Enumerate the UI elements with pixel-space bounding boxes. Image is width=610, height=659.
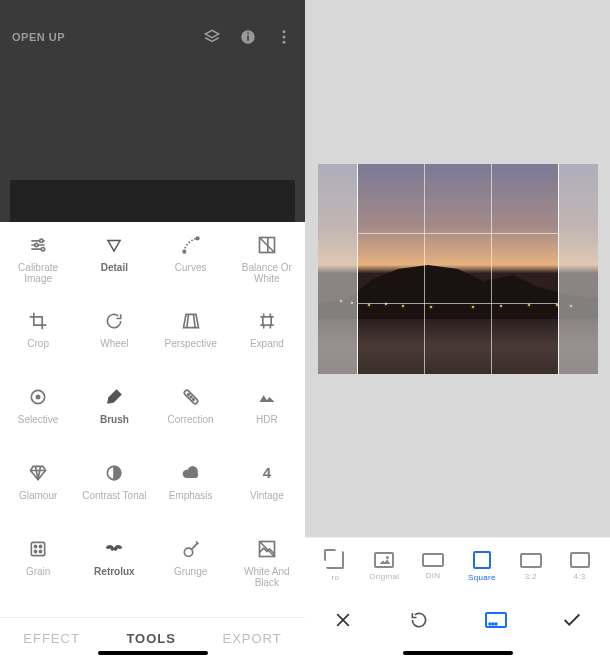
aspect-3-2[interactable]: 3:2 bbox=[506, 553, 555, 581]
svg-rect-2 bbox=[247, 33, 249, 35]
svg-point-31 bbox=[495, 623, 497, 625]
tool-hdr[interactable]: HDR bbox=[229, 386, 305, 462]
tool-label: Calibrate Image bbox=[4, 262, 72, 284]
tool-detail[interactable]: Detail bbox=[76, 234, 152, 310]
more-icon[interactable] bbox=[275, 28, 293, 46]
aspect-original[interactable]: Original bbox=[360, 552, 409, 581]
svg-rect-12 bbox=[263, 317, 271, 325]
rotate-icon bbox=[103, 310, 125, 332]
svg-point-8 bbox=[41, 248, 44, 251]
svg-point-10 bbox=[196, 237, 199, 240]
curve-icon bbox=[180, 234, 202, 256]
aspect-label: DIN bbox=[426, 571, 441, 580]
tool-selective[interactable]: Selective bbox=[0, 386, 76, 462]
tool-emphasis[interactable]: Emphasis bbox=[153, 462, 229, 538]
tool-retrolux[interactable]: Retrolux bbox=[76, 538, 152, 614]
tool-balance-white[interactable]: Balance Or White bbox=[229, 234, 305, 310]
svg-point-16 bbox=[190, 396, 192, 398]
dice-icon bbox=[27, 538, 49, 560]
svg-point-4 bbox=[283, 36, 286, 39]
aspect-label: Original bbox=[369, 572, 399, 581]
brush-icon bbox=[103, 386, 125, 408]
aspect-free[interactable]: ro bbox=[311, 551, 360, 582]
tab-tools[interactable]: TOOLS bbox=[126, 631, 176, 646]
left-screen: OPEN UP Calibrate ImageDetailCurvesBalan… bbox=[0, 0, 305, 659]
svg-point-7 bbox=[35, 243, 38, 246]
aspect-din[interactable]: DIN bbox=[409, 553, 458, 580]
aspect-label: 3:2 bbox=[525, 572, 537, 581]
target-icon bbox=[27, 386, 49, 408]
svg-point-22 bbox=[35, 545, 37, 547]
crop-mask-left bbox=[318, 164, 358, 374]
svg-point-17 bbox=[187, 394, 189, 396]
sliders-icon bbox=[27, 234, 49, 256]
bandage-icon bbox=[180, 386, 202, 408]
tool-label: Curves bbox=[175, 262, 207, 273]
home-indicator bbox=[403, 651, 513, 655]
tool-label: White And Black bbox=[233, 566, 301, 588]
tab-effect[interactable]: EFFECT bbox=[23, 631, 80, 646]
cloud-icon bbox=[180, 462, 202, 484]
tool-glamour[interactable]: Glamour bbox=[0, 462, 76, 538]
triangle-down-icon bbox=[103, 234, 125, 256]
svg-point-5 bbox=[283, 41, 286, 44]
crop-grid[interactable] bbox=[358, 164, 558, 374]
svg-point-9 bbox=[183, 250, 186, 253]
info-icon[interactable] bbox=[239, 28, 257, 46]
tool-wheel[interactable]: Wheel bbox=[76, 310, 152, 386]
tool-contrast-tonal[interactable]: Contrast Tonal bbox=[76, 462, 152, 538]
tool-vintage[interactable]: 4Vintage bbox=[229, 462, 305, 538]
tool-crop[interactable]: Crop bbox=[0, 310, 76, 386]
tool-correction[interactable]: Correction bbox=[153, 386, 229, 462]
top-bar-actions bbox=[203, 28, 293, 46]
editor-backdrop: OPEN UP bbox=[0, 0, 305, 222]
image-icon bbox=[374, 552, 394, 568]
tool-label: Contrast Tonal bbox=[82, 490, 146, 501]
tool-label: Correction bbox=[168, 414, 214, 425]
action-bar bbox=[305, 595, 610, 659]
svg-point-29 bbox=[489, 623, 491, 625]
tool-grain[interactable]: Grain bbox=[0, 538, 76, 614]
tool-label: Emphasis bbox=[169, 490, 213, 501]
tool-brush[interactable]: Brush bbox=[76, 386, 152, 462]
tool-label: Selective bbox=[18, 414, 59, 425]
mustache-icon bbox=[103, 538, 125, 560]
mountains-icon bbox=[256, 386, 278, 408]
svg-point-3 bbox=[283, 30, 286, 33]
cancel-button[interactable] bbox=[325, 602, 361, 638]
layers-icon[interactable] bbox=[203, 28, 221, 46]
crop-canvas[interactable] bbox=[305, 0, 610, 537]
tool-label: Balance Or White bbox=[233, 262, 301, 284]
tool-label: Crop bbox=[27, 338, 49, 349]
aspect-square[interactable]: Square bbox=[457, 551, 506, 582]
rotate-button[interactable] bbox=[401, 602, 437, 638]
tab-export[interactable]: EXPORT bbox=[222, 631, 281, 646]
svg-rect-21 bbox=[31, 542, 44, 555]
svg-point-25 bbox=[40, 550, 42, 552]
tool-label: Wheel bbox=[100, 338, 128, 349]
home-indicator bbox=[98, 651, 208, 655]
tool-perspective[interactable]: Perspective bbox=[153, 310, 229, 386]
half-circle-icon bbox=[103, 462, 125, 484]
aspect-box-icon bbox=[570, 552, 590, 568]
balance-icon bbox=[256, 234, 278, 256]
tool-expand[interactable]: Expand bbox=[229, 310, 305, 386]
tool-label: Vintage bbox=[250, 490, 284, 501]
aspect-box-icon bbox=[520, 553, 542, 568]
tool-curves[interactable]: Curves bbox=[153, 234, 229, 310]
confirm-button[interactable] bbox=[554, 602, 590, 638]
right-screen: roOriginalDINSquare3:24:3 bbox=[305, 0, 610, 659]
perspective-icon bbox=[180, 310, 202, 332]
top-bar: OPEN UP bbox=[0, 0, 305, 46]
tool-white-black[interactable]: White And Black bbox=[229, 538, 305, 614]
tool-grunge[interactable]: Grunge bbox=[153, 538, 229, 614]
aspect-4-3[interactable]: 4:3 bbox=[555, 552, 604, 581]
tools-panel: Calibrate ImageDetailCurvesBalance Or Wh… bbox=[0, 222, 305, 617]
svg-point-30 bbox=[492, 623, 494, 625]
image-bw-icon bbox=[256, 538, 278, 560]
svg-rect-1 bbox=[247, 36, 249, 41]
aspect-label: Square bbox=[468, 573, 496, 582]
tool-calibrate-image[interactable]: Calibrate Image bbox=[0, 234, 76, 310]
aspect-toggle-button[interactable] bbox=[478, 602, 514, 638]
tool-label: Perspective bbox=[165, 338, 217, 349]
